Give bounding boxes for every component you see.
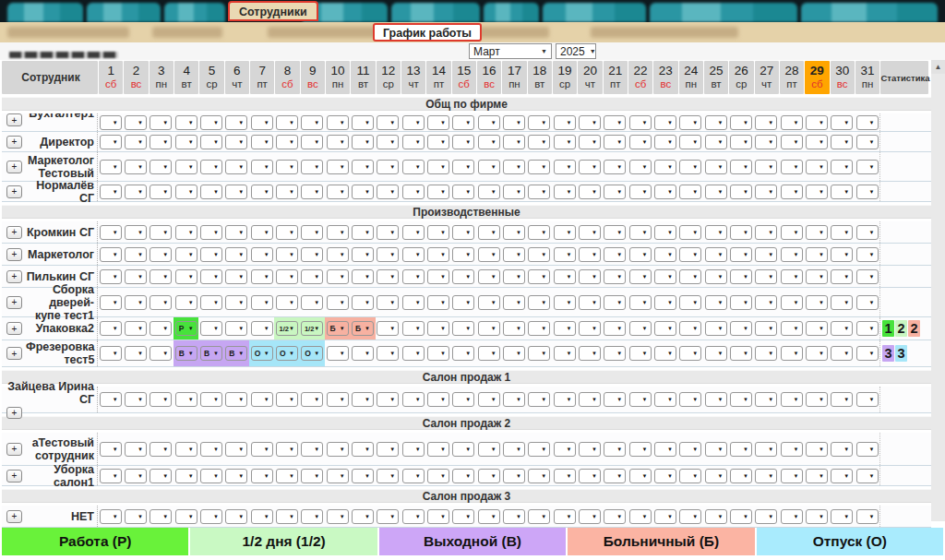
- day-cell-select[interactable]: ▼: [377, 346, 399, 361]
- day-cell-select[interactable]: ▼: [150, 346, 172, 361]
- day-cell-select[interactable]: ▼: [781, 160, 803, 174]
- day-cell-select[interactable]: ▼: [276, 185, 298, 199]
- day-cell-select[interactable]: ▼: [200, 225, 222, 240]
- redacted-tab[interactable]: [7, 3, 83, 22]
- expand-row-button[interactable]: +: [6, 248, 22, 261]
- day-cell-select[interactable]: ▼: [806, 225, 828, 240]
- day-cell-select[interactable]: ▼: [301, 225, 323, 240]
- day-cell-select[interactable]: ▼: [856, 321, 879, 336]
- day-cell-select[interactable]: ▼: [402, 185, 425, 199]
- day-cell-select[interactable]: ▼: [301, 269, 323, 284]
- day-cell-select[interactable]: ▼: [831, 346, 853, 361]
- day-cell-select[interactable]: ▼: [301, 469, 323, 483]
- day-cell-select[interactable]: ▼: [100, 346, 122, 361]
- day-cell-select[interactable]: ▼: [806, 392, 828, 407]
- day-cell-select[interactable]: ▼: [554, 295, 576, 310]
- expand-row-button[interactable]: +: [6, 443, 22, 456]
- day-cell-select[interactable]: ▼: [503, 135, 525, 149]
- day-cell-select[interactable]: ▼: [679, 135, 701, 149]
- day-cell-select[interactable]: ▼: [478, 509, 500, 524]
- day-cell-select[interactable]: ▼: [175, 269, 197, 284]
- day-cell-select[interactable]: ▼: [554, 469, 576, 483]
- day-cell-select[interactable]: ▼: [629, 269, 652, 284]
- day-cell-select[interactable]: ▼: [579, 247, 601, 262]
- day-cell-select[interactable]: ▼: [352, 346, 374, 361]
- day-cell-select[interactable]: ▼: [225, 225, 247, 240]
- day-cell-select[interactable]: ▼: [452, 469, 474, 483]
- day-cell-select[interactable]: ▼: [755, 269, 777, 284]
- day-cell-select[interactable]: ▼: [856, 469, 879, 483]
- day-cell-select[interactable]: ▼: [150, 115, 172, 130]
- day-cell-select[interactable]: ▼: [100, 269, 122, 284]
- day-cell-select[interactable]: ▼: [755, 346, 777, 361]
- day-cell-select[interactable]: ▼: [755, 135, 777, 149]
- day-cell-select[interactable]: ▼: [503, 185, 525, 199]
- day-cell-select[interactable]: ▼: [427, 442, 449, 457]
- day-cell-select[interactable]: ▼: [276, 247, 298, 262]
- day-cell-select[interactable]: ▼: [856, 160, 879, 174]
- day-cell-select[interactable]: ▼: [528, 509, 550, 524]
- day-cell-select[interactable]: ▼: [705, 269, 727, 284]
- redacted-toolbar-item[interactable]: [152, 27, 222, 38]
- day-cell-select[interactable]: ▼: [225, 115, 247, 130]
- day-cell-select[interactable]: ▼: [629, 392, 652, 407]
- day-cell-select[interactable]: ▼: [225, 247, 247, 262]
- day-cell-select[interactable]: ▼: [856, 509, 879, 524]
- day-cell-select[interactable]: ▼: [251, 442, 273, 457]
- day-cell-select[interactable]: ▼: [402, 509, 425, 524]
- day-cell-select[interactable]: ▼: [452, 160, 474, 174]
- day-cell-select[interactable]: ▼: [679, 469, 701, 483]
- expand-row-button[interactable]: +: [6, 407, 22, 419]
- day-cell-select[interactable]: В▼: [175, 346, 197, 361]
- day-cell-select[interactable]: О▼: [251, 346, 273, 361]
- day-cell-select[interactable]: ▼: [377, 135, 399, 149]
- day-cell-select[interactable]: ▼: [781, 247, 803, 262]
- day-cell-select[interactable]: ▼: [225, 321, 247, 336]
- day-cell-select[interactable]: ▼: [452, 247, 474, 262]
- day-cell-select[interactable]: ▼: [831, 115, 853, 130]
- day-cell-select[interactable]: ▼: [781, 135, 803, 149]
- day-cell-select[interactable]: ▼: [856, 115, 879, 130]
- day-cell-select[interactable]: ▼: [806, 442, 828, 457]
- day-cell-select[interactable]: ▼: [251, 392, 273, 407]
- day-cell-select[interactable]: О▼: [301, 346, 323, 361]
- day-cell-select[interactable]: ▼: [402, 160, 425, 174]
- day-cell-select[interactable]: ▼: [352, 247, 374, 262]
- day-cell-select[interactable]: ▼: [377, 185, 399, 199]
- redacted-tab[interactable]: [484, 3, 539, 22]
- expand-row-button[interactable]: +: [6, 161, 22, 173]
- day-cell-select[interactable]: ▼: [276, 442, 298, 457]
- day-cell-select[interactable]: ▼: [327, 346, 349, 361]
- day-cell-select[interactable]: ▼: [150, 135, 172, 149]
- day-cell-select[interactable]: ▼: [125, 442, 147, 457]
- day-cell-select[interactable]: ▼: [679, 269, 701, 284]
- day-cell-select[interactable]: ▼: [528, 392, 550, 407]
- day-cell-select[interactable]: ▼: [150, 225, 172, 240]
- day-cell-select[interactable]: ▼: [251, 135, 273, 149]
- redacted-tab[interactable]: [391, 3, 480, 22]
- tab-employees[interactable]: Сотрудники: [228, 1, 318, 21]
- day-cell-select[interactable]: ▼: [679, 346, 701, 361]
- day-cell-select[interactable]: ▼: [352, 442, 374, 457]
- day-cell-select[interactable]: ▼: [402, 247, 425, 262]
- day-cell-select[interactable]: ▼: [452, 115, 474, 130]
- day-cell-select[interactable]: ▼: [528, 160, 550, 174]
- day-cell-select[interactable]: ▼: [579, 295, 601, 310]
- day-cell-select[interactable]: ▼: [427, 160, 449, 174]
- day-cell-select[interactable]: ▼: [251, 247, 273, 262]
- day-cell-select[interactable]: ▼: [200, 295, 222, 310]
- day-cell-select[interactable]: ▼: [503, 442, 525, 457]
- day-cell-select[interactable]: ▼: [730, 160, 752, 174]
- day-cell-select[interactable]: ▼: [125, 469, 147, 483]
- day-cell-select[interactable]: ▼: [276, 160, 298, 174]
- day-cell-select[interactable]: ▼: [528, 135, 550, 149]
- day-cell-select[interactable]: ▼: [654, 469, 676, 483]
- day-cell-select[interactable]: ▼: [427, 225, 449, 240]
- day-cell-select[interactable]: ▼: [654, 115, 676, 130]
- day-cell-select[interactable]: ▼: [175, 247, 197, 262]
- day-cell-select[interactable]: ▼: [276, 115, 298, 130]
- day-cell-select[interactable]: ▼: [831, 321, 853, 336]
- day-cell-select[interactable]: ▼: [251, 295, 273, 310]
- day-cell-select[interactable]: ▼: [478, 115, 500, 130]
- day-cell-select[interactable]: Б▼: [352, 321, 374, 336]
